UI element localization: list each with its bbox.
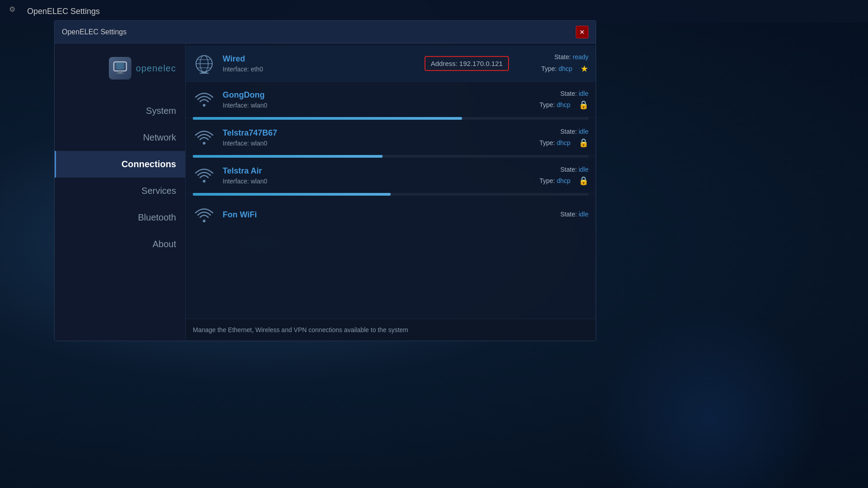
conn-status-telstra-air: State: idle Type: dhcp 🔒 bbox=[516, 166, 588, 186]
conn-address-wired: Address: 192.170.0.121 bbox=[425, 56, 509, 71]
conn-state-fon: State: idle bbox=[516, 211, 588, 218]
conn-type-gongdong: Type: dhcp bbox=[540, 101, 571, 108]
conn-name-fon: Fon WiFi bbox=[223, 210, 516, 220]
sidebar-item-about[interactable]: About bbox=[55, 231, 185, 258]
settings-dialog: OpenELEC Settings ✕ openelec Syste bbox=[54, 20, 596, 341]
sidebar-item-services[interactable]: Services bbox=[55, 178, 185, 204]
conn-info-telstra-air: Telstra Air Interface: wlan0 bbox=[223, 166, 516, 185]
description-text: Manage the Ethernet, Wireless and VPN co… bbox=[193, 326, 408, 333]
connection-item-gongdong[interactable]: GongDong Interface: wlan0 State: idle Ty… bbox=[186, 82, 596, 118]
sidebar: openelec System Network Connections Serv… bbox=[55, 43, 186, 341]
dialog-body: openelec System Network Connections Serv… bbox=[55, 43, 596, 341]
sidebar-item-network[interactable]: Network bbox=[55, 124, 185, 151]
conn-info-fon: Fon WiFi bbox=[223, 210, 516, 221]
conn-type-row-gongdong: Type: dhcp 🔒 bbox=[516, 100, 588, 110]
conn-info-wired: Wired Interface: eth0 bbox=[223, 54, 417, 73]
titlebar-text: OpenELEC Settings bbox=[27, 7, 100, 16]
close-button[interactable]: ✕ bbox=[576, 26, 588, 38]
conn-status-fon: State: idle bbox=[516, 211, 588, 221]
svg-rect-9 bbox=[201, 71, 207, 73]
conn-state-gongdong: State: idle bbox=[516, 90, 588, 97]
dialog-header: OpenELEC Settings ✕ bbox=[55, 21, 596, 43]
lock-badge-telstra-air: 🔒 bbox=[579, 176, 588, 186]
dialog-title: OpenELEC Settings bbox=[62, 28, 126, 36]
conn-status-wired: State: ready Type: dhcp ★ bbox=[516, 53, 588, 74]
conn-interface-telstra-air: Interface: wlan0 bbox=[223, 178, 516, 185]
sidebar-item-system[interactable]: System bbox=[55, 98, 185, 124]
conn-state-telstra-air: State: idle bbox=[516, 166, 588, 173]
conn-info-telstra747: Telstra747B67 Interface: wlan0 bbox=[223, 128, 516, 147]
conn-status-gongdong: State: idle Type: dhcp 🔒 bbox=[516, 90, 588, 110]
conn-state-wired: State: ready bbox=[516, 53, 588, 61]
conn-type-row-telstra-air: Type: dhcp 🔒 bbox=[516, 176, 588, 186]
connection-item-telstra747[interactable]: Telstra747B67 Interface: wlan0 State: id… bbox=[186, 120, 596, 156]
connections-list[interactable]: Wired Interface: eth0 Address: 192.170.0… bbox=[186, 43, 596, 319]
wifi-icon-gongdong bbox=[193, 89, 215, 111]
conn-name-telstra747: Telstra747B67 bbox=[223, 128, 516, 138]
svg-rect-3 bbox=[117, 73, 124, 74]
titlebar-gear-icon: ⚙ bbox=[9, 5, 22, 18]
svg-point-14 bbox=[203, 220, 205, 222]
svg-point-12 bbox=[203, 142, 205, 145]
logo-text: openelec bbox=[136, 63, 176, 74]
svg-rect-2 bbox=[118, 71, 122, 73]
wifi-icon-fon bbox=[193, 204, 215, 227]
svg-rect-10 bbox=[200, 73, 209, 74]
lock-badge-gongdong: 🔒 bbox=[579, 100, 588, 110]
sidebar-item-connections[interactable]: Connections bbox=[55, 151, 185, 178]
title-bar: ⚙ OpenELEC Settings bbox=[0, 0, 868, 23]
conn-type-telstra-air: Type: dhcp bbox=[540, 177, 571, 184]
connection-item-fon[interactable]: Fon WiFi State: idle bbox=[186, 196, 596, 232]
conn-interface-wired: Interface: eth0 bbox=[223, 66, 417, 73]
conn-name-gongdong: GongDong bbox=[223, 90, 516, 100]
svg-point-11 bbox=[203, 104, 205, 107]
conn-type-wired: Type: dhcp bbox=[541, 65, 573, 72]
lock-badge-telstra747: 🔒 bbox=[579, 138, 588, 148]
conn-info-gongdong: GongDong Interface: wlan0 bbox=[223, 90, 516, 109]
wifi-icon-telstra747 bbox=[193, 127, 215, 149]
conn-type-telstra747: Type: dhcp bbox=[540, 139, 571, 146]
conn-state-telstra747: State: idle bbox=[516, 128, 588, 135]
conn-interface-telstra747: Interface: wlan0 bbox=[223, 140, 516, 147]
sidebar-item-bluetooth[interactable]: Bluetooth bbox=[55, 204, 185, 231]
conn-status-telstra747: State: idle Type: dhcp 🔒 bbox=[516, 128, 588, 148]
conn-type-row-wired: Type: dhcp ★ bbox=[516, 63, 588, 74]
svg-rect-1 bbox=[117, 63, 124, 69]
star-badge-wired: ★ bbox=[580, 63, 588, 74]
address-highlight-wired: Address: 192.170.0.121 bbox=[425, 56, 509, 71]
conn-interface-gongdong: Interface: wlan0 bbox=[223, 102, 516, 109]
wifi-icon-telstra-air bbox=[193, 164, 215, 187]
logo-icon bbox=[109, 57, 131, 80]
connection-item-telstra-air[interactable]: Telstra Air Interface: wlan0 State: idle… bbox=[186, 158, 596, 194]
svg-point-13 bbox=[203, 180, 205, 183]
conn-name-wired: Wired bbox=[223, 54, 417, 64]
conn-name-telstra-air: Telstra Air bbox=[223, 166, 516, 176]
conn-type-row-telstra747: Type: dhcp 🔒 bbox=[516, 138, 588, 148]
logo-area: openelec bbox=[109, 57, 185, 80]
description-bar: Manage the Ethernet, Wireless and VPN co… bbox=[186, 319, 596, 341]
connection-item-wired[interactable]: Wired Interface: eth0 Address: 192.170.0… bbox=[186, 46, 596, 82]
globe-icon bbox=[193, 52, 215, 75]
main-content: Wired Interface: eth0 Address: 192.170.0… bbox=[186, 43, 596, 341]
